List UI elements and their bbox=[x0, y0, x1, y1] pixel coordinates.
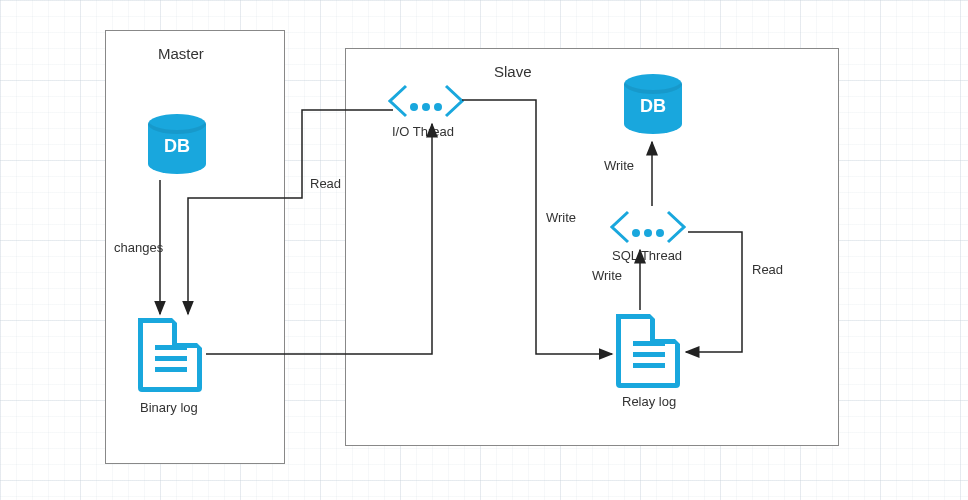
master-db-label: DB bbox=[148, 136, 206, 157]
changes-label: changes bbox=[114, 240, 163, 255]
binary-log-icon bbox=[138, 318, 202, 392]
io-thread-icon bbox=[388, 84, 464, 118]
binary-log-label: Binary log bbox=[140, 400, 198, 415]
write-io-relay-label: Write bbox=[546, 210, 576, 225]
slave-db-label: DB bbox=[624, 96, 682, 117]
read-relay-sql-label: Read bbox=[752, 262, 783, 277]
write-relay-sql-label: Write bbox=[592, 268, 622, 283]
slave-title: Slave bbox=[494, 63, 532, 80]
write-sql-db-label: Write bbox=[604, 158, 634, 173]
master-title: Master bbox=[158, 45, 204, 62]
sql-thread-icon bbox=[610, 210, 686, 244]
read-label: Read bbox=[310, 176, 341, 191]
io-thread-label: I/O Thread bbox=[392, 124, 454, 139]
relay-log-label: Relay log bbox=[622, 394, 676, 409]
sql-thread-label: SQL Thread bbox=[612, 248, 682, 263]
relay-log-icon bbox=[616, 314, 680, 388]
